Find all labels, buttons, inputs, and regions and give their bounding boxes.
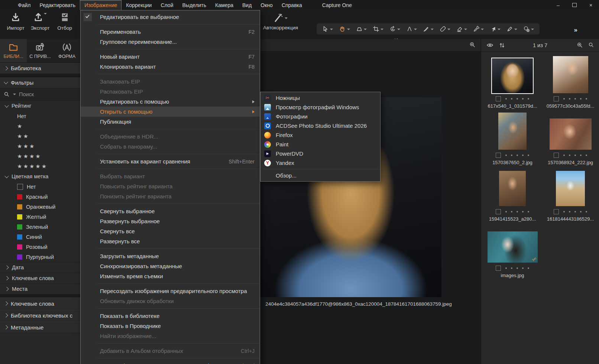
pan-hand-tool[interactable] bbox=[336, 23, 353, 35]
rating-dots[interactable] bbox=[505, 98, 529, 100]
fill-arrow-tool[interactable] bbox=[487, 23, 503, 35]
menu-item[interactable]: Развернуть выбранное bbox=[81, 216, 260, 226]
filter-group-0[interactable]: Дата bbox=[0, 262, 80, 273]
menu-item[interactable]: Загрузить метаданные bbox=[81, 251, 260, 261]
search-options-chevron[interactable] bbox=[13, 94, 16, 95]
autocorrect-button[interactable]: Автокоррекция bbox=[258, 12, 303, 30]
rating-filter-row-0[interactable]: Нет bbox=[0, 111, 80, 121]
open-with-app-item[interactable]: Paint bbox=[260, 140, 380, 149]
thumbnail-checkbox[interactable] bbox=[554, 153, 559, 158]
menu-item[interactable]: Редактировать с помощью bbox=[81, 97, 260, 107]
color-filter-row-7[interactable]: Пурпурный bbox=[0, 252, 80, 262]
rating-dots[interactable] bbox=[505, 211, 529, 212]
filter-group-1[interactable]: Ключевые слова bbox=[0, 273, 80, 283]
dropper-tool[interactable] bbox=[470, 23, 486, 35]
color-filter-row-5[interactable]: Синий bbox=[0, 232, 80, 242]
thumbnail-image[interactable]: ✂ bbox=[488, 231, 538, 263]
menubar-item-6[interactable]: Камера bbox=[211, 0, 238, 10]
straighten-tool[interactable] bbox=[404, 23, 420, 35]
menubar-item-2[interactable]: Изображение bbox=[80, 0, 122, 10]
color-filter-row-1[interactable]: Красный bbox=[0, 192, 80, 202]
sidebar-tab-2[interactable]: ФОРМА bbox=[54, 39, 80, 62]
thumbnail-image[interactable] bbox=[550, 118, 592, 150]
menu-item[interactable]: Синхронизировать метаданные bbox=[81, 261, 260, 271]
thumbnail-image[interactable] bbox=[498, 113, 527, 150]
rating-filter-row-1[interactable]: ★ bbox=[0, 121, 80, 131]
thumbnail-checkbox[interactable] bbox=[496, 209, 501, 214]
filter-group-2[interactable]: Места bbox=[0, 283, 80, 294]
open-with-app-item[interactable]: Firefox bbox=[260, 130, 380, 140]
sidebar-section-2[interactable]: Метаданные bbox=[0, 321, 80, 333]
menu-item[interactable]: Публикация bbox=[81, 117, 260, 127]
pointer-tool[interactable] bbox=[320, 23, 336, 35]
thumbnail-checkbox[interactable] bbox=[554, 209, 559, 214]
color-filter-row-3[interactable]: Желтый bbox=[0, 212, 80, 222]
rating-filter-row-4[interactable]: ★★★★ bbox=[0, 151, 80, 161]
open-with-browse-item[interactable]: Обзор... bbox=[260, 171, 380, 180]
brush-tool[interactable] bbox=[420, 23, 436, 35]
spot-tool[interactable] bbox=[521, 23, 537, 35]
rating-dots[interactable] bbox=[563, 98, 587, 100]
open-with-app-item[interactable]: ACDSee Photo Studio Ultimate 2026 bbox=[260, 121, 380, 130]
library-section-header[interactable]: Библиотека bbox=[0, 63, 80, 74]
sidebar-section-0[interactable]: Ключевые слова bbox=[0, 298, 80, 309]
menubar-item-9[interactable]: Справка bbox=[277, 0, 307, 10]
thumbnail-checkbox[interactable] bbox=[496, 96, 501, 101]
menu-item[interactable]: Показать в библиотеке bbox=[81, 311, 260, 321]
export-button[interactable]: Экспорт bbox=[30, 12, 50, 31]
minimize-button[interactable]: – bbox=[550, 0, 566, 10]
zoom-plus-icon[interactable] bbox=[469, 42, 476, 48]
color-filter-row-4[interactable]: Зеленый bbox=[0, 222, 80, 232]
sidebar-tab-1[interactable]: С ПРИВ... bbox=[27, 39, 54, 62]
rating-dots[interactable] bbox=[505, 155, 529, 156]
menubar-item-7[interactable]: Вид bbox=[238, 0, 256, 10]
menubar-item-3[interactable]: Коррекции bbox=[122, 0, 156, 10]
thumbnail-checkbox[interactable] bbox=[496, 266, 501, 271]
open-with-app-item[interactable]: Просмотр фотографий Windows bbox=[260, 103, 380, 112]
thumbnail-image[interactable] bbox=[553, 56, 588, 93]
rating-dots[interactable] bbox=[563, 155, 587, 156]
menu-item[interactable]: ПереименоватьF2 bbox=[81, 27, 260, 37]
menubar-item-5[interactable]: Выделить bbox=[178, 0, 211, 10]
menu-item-open-with[interactable]: Открыть с помощью bbox=[81, 107, 260, 117]
menu-item[interactable]: Показать в Проводнике bbox=[81, 321, 260, 331]
menu-item[interactable]: Клонировать вариантF8 bbox=[81, 62, 260, 72]
open-with-app-item[interactable]: Фотографии bbox=[260, 112, 380, 121]
rating-dots[interactable] bbox=[505, 267, 529, 269]
thumbnail-checkbox[interactable] bbox=[496, 153, 501, 158]
close-button[interactable]: × bbox=[583, 0, 599, 10]
menubar-item-8[interactable]: Окно bbox=[256, 0, 277, 10]
menu-item[interactable]: Редактировать все выбранное bbox=[81, 12, 260, 22]
menu-item[interactable]: Групповое переименование... bbox=[81, 37, 260, 47]
color-filter-row-2[interactable]: Оранжевый bbox=[0, 202, 80, 212]
rating-filter-row-3[interactable]: ★★★ bbox=[0, 141, 80, 151]
rating-dots[interactable] bbox=[563, 211, 587, 212]
menubar-item-0[interactable]: Файл bbox=[13, 0, 35, 10]
rating-filter-row-5[interactable]: ★★★★★ bbox=[0, 161, 80, 171]
rating-filter-row-2[interactable]: ★★ bbox=[0, 131, 80, 141]
color-filter-row-6[interactable]: Розовый bbox=[0, 242, 80, 252]
zoom-plus-icon[interactable] bbox=[577, 42, 583, 48]
rating-filter-header[interactable]: Рейтинг bbox=[0, 101, 80, 111]
thumbnail-image[interactable] bbox=[492, 58, 533, 93]
open-with-app-item[interactable]: PowerDVD bbox=[260, 149, 380, 158]
thumbnail-image[interactable] bbox=[499, 171, 526, 206]
import-button[interactable]: Импорт bbox=[6, 12, 25, 31]
cull-button[interactable]: Отбор bbox=[55, 12, 74, 31]
menubar-item-1[interactable]: Редактировать bbox=[35, 0, 80, 10]
sidebar-section-1[interactable]: Библиотека ключевых с bbox=[0, 309, 80, 321]
menu-item[interactable]: Удалить (переместить в корзину каталога)… bbox=[81, 361, 260, 364]
color-filter-header[interactable]: Цветная метка bbox=[0, 171, 80, 182]
open-with-app-item[interactable]: Ножницы bbox=[260, 93, 380, 103]
search-icon[interactable] bbox=[588, 42, 595, 48]
menu-item[interactable]: Развернуть все bbox=[81, 236, 260, 246]
menu-item[interactable]: Изменить время съемки bbox=[81, 271, 260, 281]
menu-item[interactable]: Установить как вариант сравненияShift+En… bbox=[81, 156, 260, 166]
menubar-item-4[interactable]: Слой bbox=[156, 0, 178, 10]
menu-item[interactable]: Пересоздать изображения предварительного… bbox=[81, 286, 260, 296]
menu-item[interactable]: Свернуть выбранное bbox=[81, 206, 260, 216]
color-filter-row-0[interactable]: Нет bbox=[0, 182, 80, 192]
keystone-tool[interactable] bbox=[353, 23, 369, 35]
open-with-app-item[interactable]: Yandex bbox=[260, 158, 380, 168]
pen-tool[interactable] bbox=[504, 23, 520, 35]
